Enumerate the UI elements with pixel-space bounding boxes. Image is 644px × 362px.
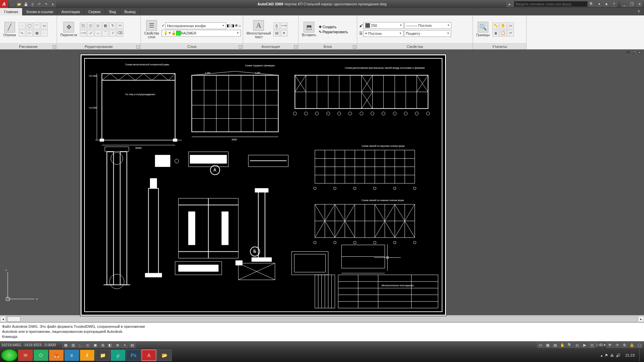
zoom-icon[interactable]: 🔍 [567,342,573,348]
close-button[interactable]: ✕ [636,1,643,7]
workspace-switch-icon[interactable]: ⚙ [621,342,628,348]
panel-draw-dialog-icon[interactable]: ↘ [53,45,56,49]
tab-home[interactable]: Главная [0,8,22,15]
ann-leader-icon[interactable]: ⟶ [281,22,287,29]
qat-open-icon[interactable]: 📂 [16,1,22,7]
task-autocad-icon[interactable]: A [142,350,156,361]
draw-circle-icon[interactable]: ◯ [26,22,33,29]
draw-arc-icon[interactable]: ◠ [34,22,40,29]
task-folder-icon[interactable]: 📂 [157,350,172,361]
qat-save-icon[interactable]: 💾 [23,1,29,7]
mod-fillet-icon[interactable]: ⌒ [102,30,109,37]
util-select-icon[interactable]: ▭ [507,22,514,29]
command-line[interactable]: Файл Autodesk DWG. Это файл формата Trus… [0,322,644,341]
annotation-scale[interactable]: 1:40 [596,343,603,347]
match-props-icon[interactable]: 🖌 [359,23,363,27]
layer-properties-button[interactable]: ☰ Свойства слоя [143,19,160,40]
ortho-toggle[interactable]: ∟ [77,342,84,348]
qat-new-icon[interactable]: ▫ [9,1,15,7]
otrack-toggle[interactable]: ⊞ [99,342,106,348]
minimize-button[interactable]: _ [621,1,628,7]
qat-more-icon[interactable]: ▾ [50,1,56,7]
mod-scale-icon[interactable]: ⤢ [87,30,94,37]
qp-toggle[interactable]: ▤ [129,342,136,348]
clean-screen-icon[interactable]: ▢ [636,342,643,348]
line-button[interactable]: ╱ Отрезок [2,21,17,38]
tray-network-icon[interactable]: 🖧 [610,353,614,357]
showmotion-icon[interactable]: ▶ [581,342,588,348]
help-icon[interactable]: ? [610,1,617,7]
quickview-drawings-icon[interactable]: ▤ [552,342,558,348]
task-explorer-icon[interactable]: 📁 [95,350,110,361]
panel-annotation-dialog-icon[interactable]: ↘ [294,45,298,49]
mod-copy-icon[interactable]: ⿻ [80,22,87,29]
list-icon[interactable]: ☰ [359,31,363,36]
util-pan-icon[interactable]: ✋ [500,22,506,29]
mod-stretch-icon[interactable]: ↔ [95,30,101,37]
linetype-dropdown[interactable]: ——— Послою▼ [405,22,451,29]
tab-blocks[interactable]: Блоки и ссылки [22,8,57,15]
layer-dropdown[interactable]: 💡☀🔓 RAZMER▼ [162,30,241,37]
task-firefox-icon[interactable]: 🦊 [49,350,64,361]
panel-block-dialog-icon[interactable]: ↘ [353,45,356,49]
mod-offset-icon[interactable]: ◎ [95,22,101,29]
quickview-layouts-icon[interactable]: ▦ [544,342,551,348]
util-clip-icon[interactable]: ✂ [507,30,514,37]
mod-extend-icon[interactable]: ⟶ [80,30,87,37]
annovis-icon[interactable]: 👁 [606,342,613,348]
util-paste-icon[interactable]: 📋 [500,30,506,37]
ann-dim-icon[interactable]: A̲ [273,22,280,29]
mod-trim-icon[interactable]: ✂ [117,22,123,29]
panel-modify-dialog-icon[interactable]: ↘ [137,45,140,49]
dyn-toggle[interactable]: ⊕ [114,342,121,348]
layer-off-icon[interactable]: ○ [238,24,241,28]
mod-rotate-icon[interactable]: ↻ [109,22,116,29]
draw-rect-icon[interactable]: ▭ [41,22,48,29]
draw-spline-icon[interactable]: ∿ [19,30,25,37]
task-download-icon[interactable]: ⬇ [80,350,95,361]
ann-field-icon[interactable]: ▾ [281,30,287,37]
block-create-button[interactable]: ✚Создать [319,25,348,29]
task-ie-icon[interactable]: e [64,350,79,361]
scroll-right-icon[interactable]: ▸ [638,316,644,322]
vp-maximize-icon[interactable]: ❐ [632,50,636,55]
mod-array-icon[interactable]: ▦ [102,22,109,29]
panel-layers-dialog-icon[interactable]: ↘ [239,45,242,49]
snap-toggle[interactable]: ▦ [62,342,69,348]
annoscale-icon[interactable]: ⚖ [589,342,595,348]
ducs-toggle[interactable]: ◧ [107,342,113,348]
lwt-toggle[interactable]: ≡ [121,342,128,348]
qat-undo-icon[interactable]: ↶ [36,1,42,7]
tab-service[interactable]: Сервис [84,8,105,15]
maximize-button[interactable]: ❐ [629,1,635,7]
layer-freeze-icon[interactable]: ❄ [235,23,238,28]
mtext-button[interactable]: A Многострочный текст [245,19,272,40]
steering-wheel-icon[interactable]: ◎ [574,342,581,348]
mod-explode-icon[interactable]: ✧ [109,30,116,37]
search-go-icon[interactable]: ▸ [506,1,513,7]
color-dropdown[interactable]: 250▼ [364,22,404,29]
polar-toggle[interactable]: ◴ [85,342,91,348]
pan-icon[interactable]: ✋ [559,342,566,348]
vp-close-icon[interactable]: ✕ [637,50,642,55]
ribbon-help-icon[interactable]: ? [634,8,644,15]
block-edit-button[interactable]: ✎Редактировать [319,30,348,34]
taskbar-clock[interactable]: 21:23 [623,353,637,358]
scale-dropdown-icon[interactable]: ▾ [604,343,606,347]
app-logo[interactable]: A [0,0,8,8]
tray-flag-icon[interactable]: ⚑ [605,353,608,358]
hscroll-thumb[interactable] [7,316,20,322]
mod-mirror-icon[interactable]: ◫ [87,22,94,29]
task-utorrent-icon[interactable]: μ [111,350,125,361]
mod-erase-icon[interactable]: ⌫ [117,30,123,37]
util-calc-icon[interactable]: 🖩 [492,30,499,37]
zoom-extents-button[interactable]: 🔍 Границы [475,21,491,38]
hscroll-track[interactable] [7,316,637,322]
task-opera-icon[interactable]: O [34,350,48,361]
tray-volume-icon[interactable]: 🔊 [616,353,621,358]
util-measure-icon[interactable]: 📏 [492,22,499,29]
osnap-toggle[interactable]: ▣ [92,342,99,348]
lineweight-dropdown[interactable]: ━ Послою▼ [363,30,404,37]
draw-hatch-icon[interactable]: ▦ [34,30,40,37]
draw-ellipse-icon[interactable]: ⬭ [26,30,33,37]
